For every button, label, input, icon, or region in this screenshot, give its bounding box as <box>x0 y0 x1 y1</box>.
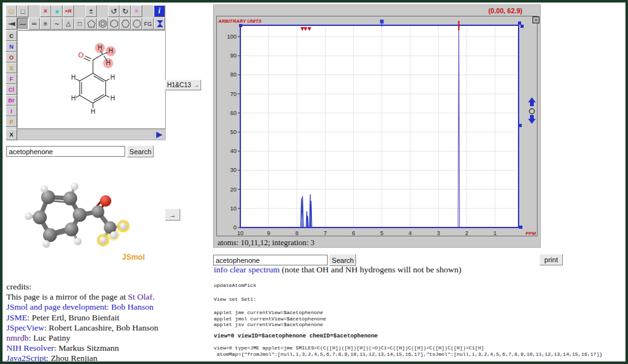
benzene-ring-icon[interactable] <box>97 18 108 30</box>
delete-group-icon[interactable]: ×R <box>63 5 74 17</box>
smiley-icon[interactable]: ☺ <box>6 5 17 17</box>
jsme-link[interactable]: JSME <box>6 313 27 322</box>
credit-line: NIH Resolver: Markus Sitzmann <box>6 343 209 353</box>
st-olaf-link[interactable]: St Olaf <box>128 292 152 301</box>
jspecview-link[interactable]: JSpecView <box>6 323 44 332</box>
resize-handle[interactable] <box>519 226 522 229</box>
console-line: applet jmol currentView=$acetophenone <box>214 316 625 322</box>
zoom-down-icon[interactable] <box>528 115 536 124</box>
resize-handle[interactable] <box>520 25 524 28</box>
svg-text:6: 6 <box>352 230 355 236</box>
svg-text:9: 9 <box>267 230 270 236</box>
clear-spectrum-link[interactable]: clear spectrum <box>230 265 280 274</box>
jsme-x-button[interactable]: X <box>6 129 17 140</box>
selection-rect-icon[interactable]: □ <box>17 5 28 17</box>
jspecview-panel: (0.00, 62.9) 010203040506070809010010987… <box>213 4 541 248</box>
credits-mirror-line: This page is a mirror of the page at St … <box>6 292 209 302</box>
search-input-left[interactable] <box>6 146 125 157</box>
svg-text:5: 5 <box>380 230 383 236</box>
jsme-toolbar-bonds: — ═ ≡ ~ △ □ FG <box>6 18 165 30</box>
svg-text:90: 90 <box>230 52 237 59</box>
search-input-right[interactable] <box>213 255 328 265</box>
redo-icon[interactable]: ↻ <box>120 5 131 17</box>
pentagon-ring-icon[interactable] <box>85 18 97 30</box>
h-label: H <box>110 95 114 102</box>
clear-marks-icon[interactable]: × <box>131 5 142 17</box>
svg-text:10: 10 <box>230 205 237 212</box>
element-button-i[interactable]: I <box>6 106 17 116</box>
oxygen-atom <box>100 195 111 207</box>
svg-text:70: 70 <box>230 91 237 97</box>
jsmol-viewer[interactable] <box>16 166 155 257</box>
close-icon[interactable]: × <box>533 16 539 23</box>
info-row: info clear spectrum (note that OH and NH… <box>214 265 461 275</box>
cursor-coordinate-readout: (0.00, 62.9) <box>488 7 522 15</box>
resize-handle[interactable] <box>519 124 522 127</box>
info-icon[interactable]: i <box>154 5 165 17</box>
hexagon-ring-icon[interactable] <box>120 18 131 30</box>
square-ring-icon[interactable]: □ <box>74 18 85 30</box>
element-button-p[interactable]: P <box>6 116 17 127</box>
h-label: H <box>108 47 113 54</box>
jsme-smiles-bar[interactable] <box>17 129 166 140</box>
spectrum-frame[interactable]: 010203040506070809010010987654321ARBITRA… <box>216 16 538 236</box>
oxygen-label: O <box>78 51 84 59</box>
element-button-c[interactable]: C <box>6 30 17 41</box>
nih-resolver-link[interactable]: NIH Resolver <box>6 343 54 353</box>
toolbar-spacer <box>74 5 85 17</box>
delete-icon[interactable]: × <box>40 5 51 17</box>
app-window: ☺ □ × ● ×R ± ↺ ↻ × i — ═ ≡ ~ △ □ <box>0 0 628 364</box>
resize-handle[interactable] <box>239 24 242 27</box>
nmrdb-link[interactable]: nmrdb <box>6 333 28 343</box>
jsme-editor: ☺ □ × ● ×R ± ↺ ↻ × i — ═ ≡ ~ △ □ <box>6 5 166 140</box>
jsmol-logo[interactable]: JSmol <box>122 253 145 262</box>
highlight-dot-icon[interactable]: ● <box>51 5 63 17</box>
h1c13-button[interactable]: H1&C13 → <box>165 80 201 90</box>
credits-block: credits: This page is a mirror of the pa… <box>6 282 209 364</box>
play-icon[interactable] <box>156 131 163 138</box>
svg-text:50: 50 <box>230 129 237 135</box>
nmr-spectrum-plot[interactable]: 010203040506070809010010987654321ARBITRA… <box>217 16 537 236</box>
credit-line: nmrdb: Luc Patiny <box>6 333 209 343</box>
element-button-f[interactable]: F <box>6 73 17 84</box>
xlabel: PPM <box>526 231 536 236</box>
svg-text:1: 1 <box>493 230 496 236</box>
chain-icon[interactable]: ~ <box>51 18 63 30</box>
triple-bond-icon[interactable]: ≡ <box>40 18 51 30</box>
svg-text:60: 60 <box>230 110 237 116</box>
java2script-link[interactable]: Java2Script <box>6 353 46 363</box>
transfer-arrow-button[interactable]: → <box>165 209 180 221</box>
wedge-bond-icon[interactable] <box>6 18 17 30</box>
zoom-reset-icon[interactable] <box>529 109 534 114</box>
element-button-cl[interactable]: Cl <box>6 84 17 95</box>
hexagon-ring-icon[interactable] <box>131 18 142 30</box>
print-button[interactable]: print <box>539 254 563 265</box>
svg-text:40: 40 <box>230 148 237 154</box>
bonds <box>76 51 109 108</box>
element-button-s[interactable]: S <box>6 63 17 73</box>
element-button-n[interactable]: N <box>6 41 17 52</box>
svg-text:10: 10 <box>237 230 243 236</box>
functional-group-button[interactable]: FG <box>142 18 154 30</box>
double-bond-icon[interactable]: ═ <box>28 18 40 30</box>
triangle-ring-icon[interactable]: △ <box>63 18 74 30</box>
resize-handle[interactable] <box>518 21 521 25</box>
svg-text:20: 20 <box>230 186 237 193</box>
single-bond-icon[interactable]: — <box>17 18 28 30</box>
element-button-o[interactable]: O <box>6 52 17 63</box>
search-button-left[interactable]: Search <box>127 145 154 157</box>
integration-status: atoms: 10,11,12; integration: 3 <box>218 238 314 248</box>
jsme-canvas[interactable]: O H H H H H H H H <box>17 30 166 129</box>
credit-line: JSME: Peter Ertl, Bruno Bienfait <box>6 313 209 323</box>
slider-pin-icon[interactable] <box>380 20 384 23</box>
element-button-br[interactable]: Br <box>6 95 17 106</box>
charge-icon[interactable]: ± <box>85 5 97 17</box>
info-link[interactable]: info <box>214 265 228 274</box>
hexagon-ring-icon[interactable] <box>108 18 120 30</box>
bob-hanson-link[interactable]: JSmol and page development: Bob Hanson <box>6 302 154 312</box>
svg-text:4: 4 <box>409 230 412 236</box>
console-line: applet jme currentView=$acetophenone <box>214 310 625 316</box>
submit-triangles-icon[interactable] <box>154 18 165 30</box>
zoom-up-icon[interactable] <box>528 97 536 106</box>
undo-icon[interactable]: ↺ <box>108 5 120 17</box>
